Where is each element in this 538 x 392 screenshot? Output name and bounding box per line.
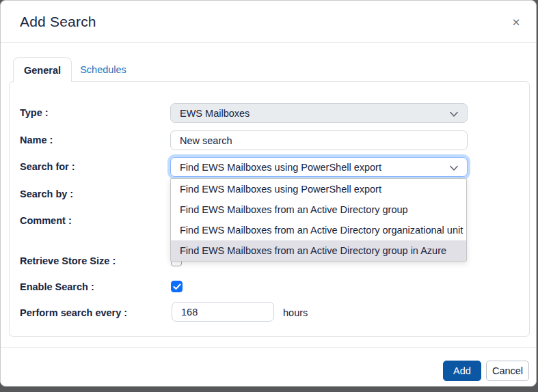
search-for-label: Search for : xyxy=(20,160,75,173)
tab-general[interactable]: General xyxy=(13,57,72,82)
type-label: Type : xyxy=(20,106,49,120)
perform-search-every-input[interactable] xyxy=(172,302,274,322)
retrieve-store-size-label: Retrieve Store Size : xyxy=(20,254,116,268)
type-select[interactable]: EWS Mailboxes xyxy=(170,103,468,123)
search-for-dropdown-list: Find EWS Mailboxes using PowerShell expo… xyxy=(170,178,467,262)
chevron-down-icon xyxy=(449,163,459,174)
checkmark-icon xyxy=(173,281,181,293)
tab-schedules[interactable]: Schedules xyxy=(72,57,135,81)
dropdown-option-highlighted[interactable]: Find EWS Mailboxes from an Active Direct… xyxy=(171,240,466,261)
search-for-select-value: Find EWS Mailboxes using PowerShell expo… xyxy=(180,162,381,173)
search-for-select[interactable]: Find EWS Mailboxes using PowerShell expo… xyxy=(170,157,468,177)
name-input[interactable] xyxy=(170,130,468,150)
dropdown-option[interactable]: Find EWS Mailboxes from an Active Direct… xyxy=(171,220,466,240)
type-select-value: EWS Mailboxes xyxy=(180,108,250,119)
cancel-button[interactable]: Cancel xyxy=(486,361,529,381)
chevron-down-icon xyxy=(449,109,459,120)
footer-divider xyxy=(1,347,536,348)
perform-search-every-label: Perform search every : xyxy=(20,306,127,320)
hours-unit-label: hours xyxy=(283,306,308,320)
header-divider xyxy=(1,42,536,43)
add-button[interactable]: Add xyxy=(443,361,481,381)
name-label: Name : xyxy=(20,133,53,147)
dialog-title: Add Search xyxy=(20,14,96,30)
dropdown-option[interactable]: Find EWS Mailboxes from an Active Direct… xyxy=(171,199,466,220)
add-search-dialog: Add Search ✕ General Schedules Type : Na… xyxy=(0,0,537,387)
enable-search-label: Enable Search : xyxy=(20,280,94,294)
close-icon[interactable]: ✕ xyxy=(508,14,524,31)
enable-search-checkbox[interactable] xyxy=(171,281,183,292)
comment-label: Comment : xyxy=(20,214,72,227)
dropdown-option[interactable]: Find EWS Mailboxes using PowerShell expo… xyxy=(171,179,466,199)
search-by-label: Search by : xyxy=(20,187,73,201)
